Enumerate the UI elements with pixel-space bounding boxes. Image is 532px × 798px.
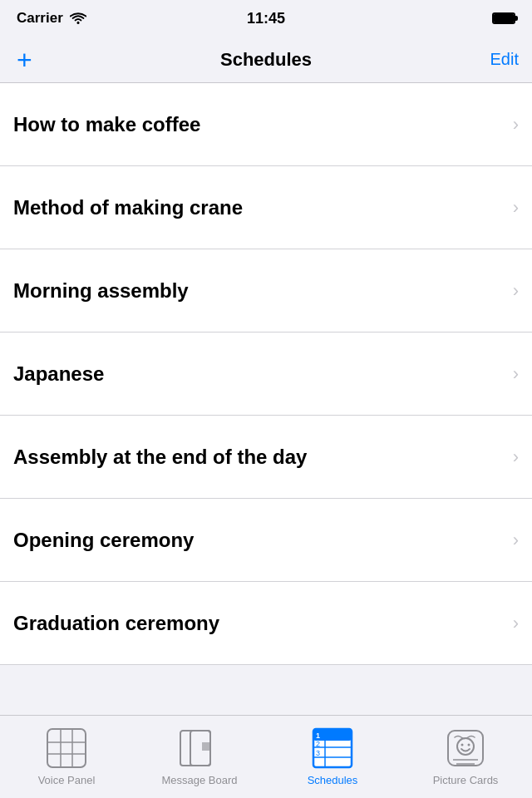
message-board-icon — [179, 727, 220, 769]
svg-rect-1 — [47, 729, 86, 767]
tab-picture-cards-label: Picture Cards — [433, 774, 499, 786]
svg-point-17 — [457, 738, 474, 755]
tab-schedules[interactable]: 1 2 3 Schedules — [266, 721, 399, 793]
edit-button[interactable]: Edit — [490, 50, 519, 69]
svg-point-0 — [76, 22, 79, 24]
list-item[interactable]: Morning assembly › — [0, 249, 532, 332]
tab-picture-cards[interactable]: Picture Cards — [399, 721, 532, 793]
chevron-right-icon: › — [513, 363, 519, 385]
svg-text:1: 1 — [316, 732, 320, 740]
tab-bar: Voice Panel Message Board 1 2 3 Schedule… — [0, 715, 532, 798]
status-bar: Carrier 11:45 — [0, 0, 532, 37]
tab-message-board[interactable]: Message Board — [133, 721, 266, 793]
chevron-right-icon: › — [513, 446, 519, 468]
chevron-right-icon: › — [513, 114, 519, 135]
svg-text:3: 3 — [316, 749, 320, 757]
carrier-info: Carrier — [17, 10, 86, 27]
list-item[interactable]: How to make coffee › — [0, 83, 532, 166]
list-item[interactable]: Method of making crane › — [0, 166, 532, 249]
list-item[interactable]: Assembly at the end of the day › — [0, 416, 532, 499]
carrier-label: Carrier — [17, 10, 63, 27]
voice-panel-icon — [46, 727, 87, 769]
picture-cards-icon — [445, 727, 486, 769]
tab-voice-panel-label: Voice Panel — [38, 774, 96, 786]
schedules-icon: 1 2 3 — [312, 727, 353, 769]
list-item-label: Assembly at the end of the day — [13, 446, 307, 469]
list-item[interactable]: Japanese › — [0, 332, 532, 416]
list-item-label: Opening ceremony — [13, 529, 194, 552]
svg-point-19 — [468, 744, 470, 746]
svg-point-18 — [461, 744, 464, 746]
battery-icon — [492, 12, 515, 24]
chevron-right-icon: › — [513, 280, 519, 302]
chevron-right-icon: › — [513, 613, 519, 634]
chevron-right-icon: › — [513, 530, 519, 551]
add-button[interactable]: + — [13, 47, 36, 73]
tab-message-board-label: Message Board — [161, 774, 237, 786]
list-item-label: Method of making crane — [13, 196, 243, 219]
battery-fill — [494, 14, 514, 22]
list-item-label: How to make coffee — [13, 113, 200, 136]
list-item[interactable]: Graduation ceremony › — [0, 582, 532, 665]
page-title: Schedules — [220, 49, 312, 71]
svg-text:2: 2 — [316, 740, 320, 748]
list-item-label: Morning assembly — [13, 279, 189, 303]
tab-schedules-label: Schedules — [308, 774, 358, 786]
navigation-bar: + Schedules Edit — [0, 37, 532, 83]
tab-voice-panel[interactable]: Voice Panel — [0, 721, 133, 793]
list-item-label: Graduation ceremony — [13, 612, 219, 635]
battery-container — [492, 12, 515, 24]
chevron-right-icon: › — [513, 197, 519, 219]
wifi-icon — [70, 12, 86, 25]
list-item-label: Japanese — [13, 362, 104, 386]
status-time: 11:45 — [247, 10, 285, 27]
schedules-list: How to make coffee › Method of making cr… — [0, 83, 532, 665]
list-item[interactable]: Opening ceremony › — [0, 499, 532, 582]
